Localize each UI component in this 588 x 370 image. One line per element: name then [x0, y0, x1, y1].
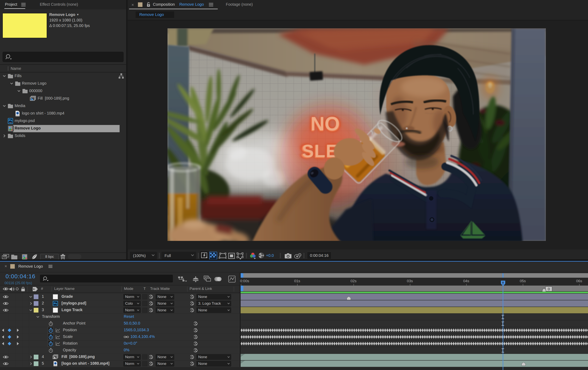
svg-text:0: 0 — [548, 287, 550, 291]
